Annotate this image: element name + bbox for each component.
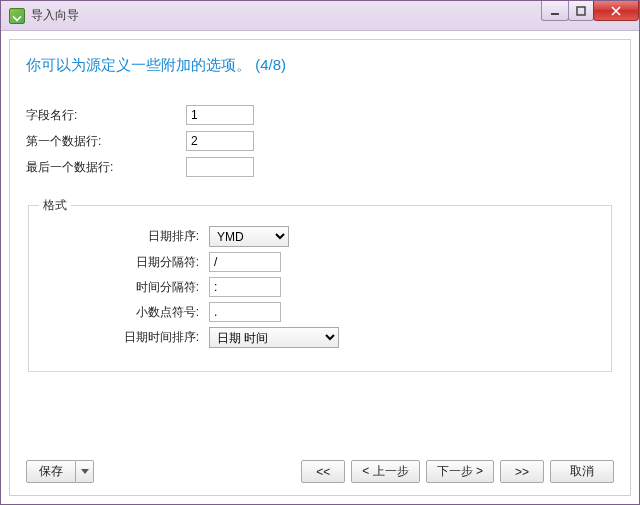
save-dropdown-button[interactable] xyxy=(76,460,94,483)
input-date-separator[interactable] xyxy=(209,252,281,272)
import-wizard-window: 导入向导 你可以为源定义一些附加的选项。 (4/8) 字段名行: 第一个数据行:… xyxy=(0,0,640,505)
select-datetime-order[interactable]: 日期 时间 xyxy=(209,327,339,348)
label-last-data-row: 最后一个数据行: xyxy=(26,159,186,176)
input-field-name-row[interactable] xyxy=(186,105,254,125)
window-title: 导入向导 xyxy=(31,7,79,24)
caret-down-icon xyxy=(81,469,89,474)
row-last-data: 最后一个数据行: xyxy=(26,157,614,177)
row-datetime-order: 日期时间排序: 日期 时间 xyxy=(39,327,601,348)
label-field-name-row: 字段名行: xyxy=(26,107,186,124)
row-decimal-symbol: 小数点符号: xyxy=(39,302,601,322)
row-field-name: 字段名行: xyxy=(26,105,614,125)
input-decimal-symbol[interactable] xyxy=(209,302,281,322)
close-icon xyxy=(611,6,621,16)
minimize-icon xyxy=(550,6,560,16)
client-area: 你可以为源定义一些附加的选项。 (4/8) 字段名行: 第一个数据行: 最后一个… xyxy=(9,39,631,496)
label-decimal-symbol: 小数点符号: xyxy=(39,304,209,321)
input-first-data-row[interactable] xyxy=(186,131,254,151)
svg-rect-0 xyxy=(551,13,559,15)
label-datetime-order: 日期时间排序: xyxy=(39,329,209,346)
next-button[interactable]: 下一步 > xyxy=(426,460,494,483)
close-button[interactable] xyxy=(593,1,639,21)
titlebar: 导入向导 xyxy=(1,1,639,31)
page-heading: 你可以为源定义一些附加的选项。 (4/8) xyxy=(26,56,614,75)
cancel-button[interactable]: 取消 xyxy=(550,460,614,483)
minimize-button[interactable] xyxy=(541,1,569,21)
maximize-button[interactable] xyxy=(568,1,594,21)
label-first-data-row: 第一个数据行: xyxy=(26,133,186,150)
input-last-data-row[interactable] xyxy=(186,157,254,177)
maximize-icon xyxy=(576,6,586,16)
label-date-order: 日期排序: xyxy=(39,228,209,245)
save-splitbutton: 保存 xyxy=(26,460,94,483)
label-time-separator: 时间分隔符: xyxy=(39,279,209,296)
row-date-separator: 日期分隔符: xyxy=(39,252,601,272)
row-date-order: 日期排序: YMD xyxy=(39,226,601,247)
first-button[interactable]: << xyxy=(301,460,345,483)
row-time-separator: 时间分隔符: xyxy=(39,277,601,297)
save-button[interactable]: 保存 xyxy=(26,460,76,483)
prev-button[interactable]: < 上一步 xyxy=(351,460,419,483)
window-controls xyxy=(542,1,639,21)
format-legend: 格式 xyxy=(39,197,71,214)
label-date-separator: 日期分隔符: xyxy=(39,254,209,271)
format-groupbox: 格式 日期排序: YMD 日期分隔符: 时间分隔符: 小数点符号: xyxy=(28,197,612,372)
svg-rect-1 xyxy=(577,7,585,15)
last-button[interactable]: >> xyxy=(500,460,544,483)
row-first-data: 第一个数据行: xyxy=(26,131,614,151)
footer-bar: 保存 << < 上一步 下一步 > >> 取消 xyxy=(26,460,614,483)
app-icon xyxy=(9,8,25,24)
input-time-separator[interactable] xyxy=(209,277,281,297)
select-date-order[interactable]: YMD xyxy=(209,226,289,247)
